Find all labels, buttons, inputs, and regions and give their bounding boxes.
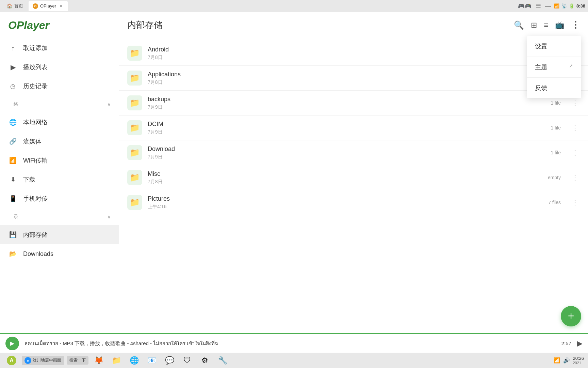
network-collapse-arrow[interactable]: ∧ [107,102,111,107]
file-list: 📁 Android 7月8日 📁 Applications 7月8日 📁 [119,38,588,218]
sidebar-item-downloads[interactable]: 📂 Downloads [0,244,119,263]
sidebar-item-history[interactable]: ◷ 历史记录 [0,77,119,96]
firefox-icon: 🦊 [94,356,103,365]
search-button[interactable]: 🔍 [514,20,524,30]
file-info-misc: Misc 7月8日 [148,170,542,185]
file-item-android[interactable]: 📁 Android 7月8日 [119,41,588,66]
sidebar-item-recent[interactable]: ↑ 取近添加 [0,39,119,58]
explorer-icon: 📁 [112,356,121,365]
file-item-misc[interactable]: 📁 Misc 7月8日 empty ⋮ [119,165,588,190]
taskbar-app2-button[interactable]: 💬 [162,354,177,367]
sidebar-item-download[interactable]: ⬇ 下载 [0,170,119,189]
tab-close-button[interactable]: × [58,3,64,9]
taskbar-app3-button[interactable]: 🛡 [180,354,195,367]
player-next-button[interactable]: ▶ [577,339,583,348]
taskbar-app4-button[interactable]: ⚙ [197,354,212,367]
file-more-pictures[interactable]: ⋮ [570,197,580,208]
file-more-misc[interactable]: ⋮ [570,172,580,183]
browser-bar: 🏠 首页 O OPlayer × 🎮 ☰ — 📶 📡 🔋 8:38 [0,0,588,12]
file-meta-pictures: 7 files [548,200,561,205]
dropdown-item-settings[interactable]: 设置 [527,36,581,57]
tab-home[interactable]: 🏠 首页 [3,1,27,11]
folder-icon-pictures: 📁 [127,195,142,210]
wifi-transfer-icon: 📶 [8,156,18,165]
sidebar-item-local-network[interactable]: 🌐 本地网络 [0,113,119,132]
sidebar-label-phone-transfer: 手机对传 [23,195,48,203]
taskbar-search-item[interactable]: 搜索一下 [67,356,88,365]
file-item-download[interactable]: 📁 Download 7月9日 1 file ⋮ [119,140,588,165]
app-logo: OPlayer [0,12,119,39]
list-view-button[interactable]: ≡ [544,21,548,30]
signal-icon: 📡 [561,3,567,9]
taskbar-ie-item[interactable]: e 汶川地震中画面 [22,356,64,365]
internal-storage-icon: 💾 [8,230,18,240]
taskbar-chrome-button[interactable]: 🌐 [127,354,142,367]
taskbar-android-button[interactable]: A [4,354,19,367]
file-item-pictures[interactable]: 📁 Pictures 上午4:16 7 files ⋮ [119,190,588,215]
game-icon[interactable]: 🎮 [518,3,532,9]
add-fab-button[interactable]: + [561,306,581,326]
local-network-icon: 🌐 [8,118,18,127]
recent-icon: ↑ [8,43,18,53]
folder-icon-applications: 📁 [127,71,142,86]
file-date-android: 7月8日 [148,55,580,61]
cast-button[interactable]: 📺 [555,21,564,30]
player-play-button[interactable]: ▶ [5,337,19,350]
more-menu-button[interactable]: ⋮ [571,20,580,30]
storage-section-divider: 录 [5,211,27,223]
file-more-dcim[interactable]: ⋮ [570,122,580,133]
tab-favicon: O [33,3,38,9]
player-bar: ▶ ลดบนเม็ดทราย - MP3 下载，播放，收聽歌曲 - 4share… [0,333,588,353]
sidebar-item-playlist[interactable]: ▶ 播放列表 [0,58,119,77]
tab-active[interactable]: O OPlayer × [29,1,68,11]
header-actions: 🔍 ⊞ ≡ 📺 ⋮ [514,20,580,30]
menu-icon[interactable]: ☰ [536,2,541,10]
content-title: 内部存储 [127,19,514,31]
file-item-dcim[interactable]: 📁 DCIM 7月9日 1 file ⋮ [119,116,588,140]
grid-view-button[interactable]: ⊞ [531,21,537,30]
sidebar-item-stream[interactable]: 🔗 流媒体 [0,132,119,151]
file-date-applications: 7月8日 [148,79,580,86]
file-info-dcim: DCIM 7月9日 [148,121,545,135]
folder-icon-download: 📁 [127,145,142,160]
file-name-android: Android [148,46,580,53]
clock-display: 8:38 [576,3,585,9]
content-header: 内部存储 🔍 ⊞ ≡ 📺 ⋮ [119,12,588,38]
tab-home-label: 首页 [14,3,23,9]
sidebar-item-phone-transfer[interactable]: 📱 手机对传 [0,189,119,208]
ie-icon: e [24,357,31,364]
file-date-dcim: 7月9日 [148,129,545,135]
playlist-icon: ▶ [8,62,18,72]
browser-controls: 🎮 ☰ — [518,2,551,10]
sidebar-item-wifi-transfer[interactable]: 📶 WiFi传输 [0,151,119,170]
player-time-display: 2:57 [561,340,571,346]
player-track-info: ลดบนเม็ดทราย - MP3 下载，播放，收聽歌曲 - 4shared … [24,339,556,348]
phone-transfer-icon: 📱 [8,194,18,203]
taskbar-app1-button[interactable]: 📧 [144,354,159,367]
file-item-backups[interactable]: 📁 backups 7月9日 1 file ⋮ [119,91,588,116]
folder-icon-misc: 📁 [127,170,142,185]
dropdown-item-feedback[interactable]: 反馈 [527,78,581,98]
storage-section-header[interactable]: 录 ∧ [0,208,119,225]
file-name-misc: Misc [148,170,542,178]
file-more-download[interactable]: ⋮ [570,147,580,158]
file-date-misc: 7月8日 [148,179,542,185]
tab-active-label: OPlayer [40,3,56,9]
minimize-icon[interactable]: — [545,2,551,10]
taskbar-firefox-button[interactable]: 🦊 [91,354,106,367]
ie-page-label: 汶川地震中画面 [33,357,61,363]
sidebar-item-internal-storage[interactable]: 💾 内部存储 [0,225,119,244]
dropdown-item-theme[interactable]: 主题 ↗ [527,57,581,78]
file-name-applications: Applications [148,71,580,78]
file-name-pictures: Pictures [148,195,543,202]
network-section-header[interactable]: 络 ∧ [0,96,119,113]
file-more-backups[interactable]: ⋮ [570,97,580,108]
file-item-applications[interactable]: 📁 Applications 7月8日 [119,66,588,91]
stream-icon: 🔗 [8,137,18,146]
taskbar-app5-button[interactable]: 🔧 [215,354,230,367]
sidebar-label-local-network: 本地网络 [23,118,48,126]
taskbar-explorer-button[interactable]: 📁 [109,354,124,367]
file-date-pictures: 上午4:16 [148,204,543,210]
storage-collapse-arrow[interactable]: ∧ [107,214,111,219]
file-info-applications: Applications 7月8日 [148,71,580,86]
